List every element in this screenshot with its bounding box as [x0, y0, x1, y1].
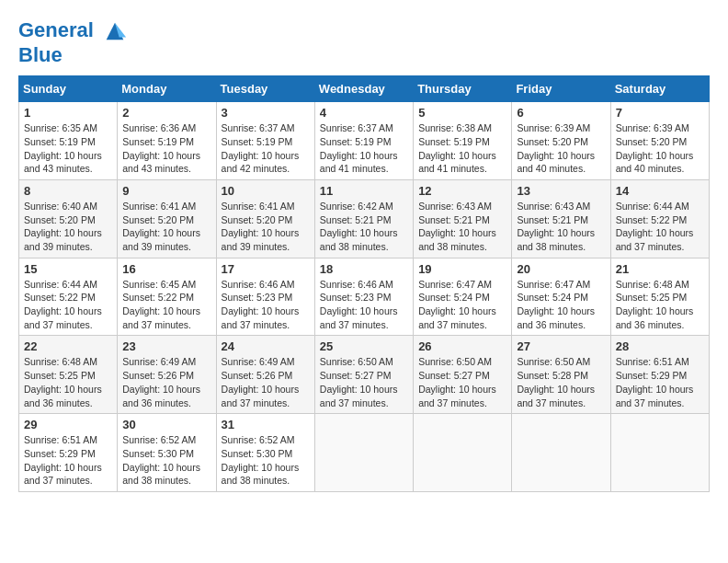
sunset-label: Sunset: 5:25 PM: [616, 292, 688, 303]
daylight-label: Daylight: 10 hours and 42 minutes.: [222, 150, 300, 175]
day-cell-10: 10 Sunrise: 6:41 AM Sunset: 5:20 PM Dayl…: [216, 179, 314, 258]
logo-icon: [102, 18, 128, 44]
weekday-tuesday: Tuesday: [216, 76, 314, 102]
empty-cell: [314, 414, 413, 492]
daylight-label: Daylight: 10 hours and 41 minutes.: [418, 150, 496, 175]
sunset-label: Sunset: 5:19 PM: [222, 136, 293, 147]
weekday-thursday: Thursday: [414, 76, 512, 102]
logo: General Blue: [18, 18, 128, 66]
sunset-label: Sunset: 5:29 PM: [616, 370, 688, 381]
day-cell-19: 19 Sunrise: 6:47 AM Sunset: 5:24 PM Dayl…: [414, 258, 512, 336]
day-info: Sunrise: 6:50 AM Sunset: 5:28 PM Dayligh…: [517, 355, 605, 409]
day-cell-28: 28 Sunrise: 6:51 AM Sunset: 5:29 PM Dayl…: [610, 336, 709, 414]
sunset-label: Sunset: 5:19 PM: [122, 136, 194, 147]
day-info: Sunrise: 6:43 AM Sunset: 5:21 PM Dayligh…: [517, 200, 605, 254]
day-info: Sunrise: 6:47 AM Sunset: 5:24 PM Dayligh…: [418, 278, 506, 332]
day-cell-3: 3 Sunrise: 6:37 AM Sunset: 5:19 PM Dayli…: [216, 102, 314, 180]
day-cell-14: 14 Sunrise: 6:44 AM Sunset: 5:22 PM Dayl…: [610, 179, 709, 258]
sunset-label: Sunset: 5:20 PM: [616, 136, 688, 147]
calendar-week-4: 22 Sunrise: 6:48 AM Sunset: 5:25 PM Dayl…: [19, 336, 710, 414]
sunrise-label: Sunrise: 6:51 AM: [24, 434, 97, 445]
weekday-friday: Friday: [512, 76, 610, 102]
day-cell-30: 30 Sunrise: 6:52 AM Sunset: 5:30 PM Dayl…: [118, 414, 216, 492]
daylight-label: Daylight: 10 hours and 37 minutes.: [222, 305, 300, 330]
day-number: 23: [122, 339, 210, 353]
sunrise-label: Sunrise: 6:48 AM: [616, 279, 689, 290]
sunset-label: Sunset: 5:19 PM: [320, 136, 392, 147]
daylight-label: Daylight: 10 hours and 38 minutes.: [517, 227, 595, 252]
daylight-label: Daylight: 10 hours and 38 minutes.: [122, 462, 200, 487]
weekday-saturday: Saturday: [610, 76, 709, 102]
sunrise-label: Sunrise: 6:42 AM: [320, 201, 393, 212]
calendar-week-2: 8 Sunrise: 6:40 AM Sunset: 5:20 PM Dayli…: [19, 179, 710, 258]
sunset-label: Sunset: 5:22 PM: [616, 214, 688, 225]
daylight-label: Daylight: 10 hours and 37 minutes.: [517, 384, 595, 408]
day-cell-13: 13 Sunrise: 6:43 AM Sunset: 5:21 PM Dayl…: [512, 179, 610, 258]
daylight-label: Daylight: 10 hours and 43 minutes.: [24, 150, 102, 175]
day-info: Sunrise: 6:36 AM Sunset: 5:19 PM Dayligh…: [122, 121, 210, 176]
day-number: 7: [616, 106, 704, 120]
sunrise-label: Sunrise: 6:47 AM: [418, 279, 492, 290]
daylight-label: Daylight: 10 hours and 37 minutes.: [320, 384, 398, 408]
daylight-label: Daylight: 10 hours and 43 minutes.: [122, 150, 200, 175]
sunrise-label: Sunrise: 6:38 AM: [418, 122, 492, 133]
sunset-label: Sunset: 5:21 PM: [517, 214, 588, 225]
sunrise-label: Sunrise: 6:44 AM: [24, 279, 97, 290]
day-cell-11: 11 Sunrise: 6:42 AM Sunset: 5:21 PM Dayl…: [314, 179, 413, 258]
daylight-label: Daylight: 10 hours and 36 minutes.: [616, 305, 694, 330]
sunset-label: Sunset: 5:30 PM: [222, 448, 293, 459]
day-cell-29: 29 Sunrise: 6:51 AM Sunset: 5:29 PM Dayl…: [19, 414, 118, 492]
weekday-wednesday: Wednesday: [314, 76, 413, 102]
day-cell-20: 20 Sunrise: 6:47 AM Sunset: 5:24 PM Dayl…: [512, 258, 610, 336]
day-cell-17: 17 Sunrise: 6:46 AM Sunset: 5:23 PM Dayl…: [216, 258, 314, 336]
sunset-label: Sunset: 5:26 PM: [122, 370, 194, 381]
empty-cell: [414, 414, 512, 492]
day-info: Sunrise: 6:39 AM Sunset: 5:20 PM Dayligh…: [517, 121, 605, 176]
day-info: Sunrise: 6:49 AM Sunset: 5:26 PM Dayligh…: [122, 355, 210, 409]
day-number: 28: [616, 339, 704, 353]
day-info: Sunrise: 6:52 AM Sunset: 5:30 PM Dayligh…: [122, 433, 210, 488]
day-number: 22: [24, 339, 112, 353]
daylight-label: Daylight: 10 hours and 37 minutes.: [616, 227, 694, 252]
empty-cell: [610, 414, 709, 492]
day-cell-9: 9 Sunrise: 6:41 AM Sunset: 5:20 PM Dayli…: [118, 179, 216, 258]
day-number: 1: [24, 106, 112, 120]
day-cell-5: 5 Sunrise: 6:38 AM Sunset: 5:19 PM Dayli…: [414, 102, 512, 180]
day-number: 26: [418, 339, 506, 353]
day-cell-18: 18 Sunrise: 6:46 AM Sunset: 5:23 PM Dayl…: [314, 258, 413, 336]
day-cell-8: 8 Sunrise: 6:40 AM Sunset: 5:20 PM Dayli…: [19, 179, 118, 258]
sunset-label: Sunset: 5:20 PM: [517, 136, 588, 147]
day-info: Sunrise: 6:48 AM Sunset: 5:25 PM Dayligh…: [616, 278, 704, 332]
day-cell-12: 12 Sunrise: 6:43 AM Sunset: 5:21 PM Dayl…: [414, 179, 512, 258]
day-info: Sunrise: 6:46 AM Sunset: 5:23 PM Dayligh…: [320, 278, 408, 332]
calendar-week-5: 29 Sunrise: 6:51 AM Sunset: 5:29 PM Dayl…: [19, 414, 710, 492]
sunset-label: Sunset: 5:29 PM: [24, 448, 96, 459]
empty-cell: [512, 414, 610, 492]
day-number: 14: [616, 184, 704, 198]
day-cell-6: 6 Sunrise: 6:39 AM Sunset: 5:20 PM Dayli…: [512, 102, 610, 180]
daylight-label: Daylight: 10 hours and 36 minutes.: [517, 305, 595, 330]
sunset-label: Sunset: 5:20 PM: [222, 214, 293, 225]
sunrise-label: Sunrise: 6:45 AM: [122, 279, 196, 290]
sunrise-label: Sunrise: 6:52 AM: [122, 434, 196, 445]
calendar-body: 1 Sunrise: 6:35 AM Sunset: 5:19 PM Dayli…: [19, 102, 710, 492]
day-info: Sunrise: 6:50 AM Sunset: 5:27 PM Dayligh…: [320, 355, 408, 409]
day-cell-1: 1 Sunrise: 6:35 AM Sunset: 5:19 PM Dayli…: [19, 102, 118, 180]
sunrise-label: Sunrise: 6:49 AM: [122, 356, 196, 367]
daylight-label: Daylight: 10 hours and 37 minutes.: [122, 305, 200, 330]
sunrise-label: Sunrise: 6:46 AM: [320, 279, 393, 290]
day-number: 29: [24, 418, 112, 431]
day-number: 16: [122, 262, 210, 276]
daylight-label: Daylight: 10 hours and 38 minutes.: [320, 227, 398, 252]
sunrise-label: Sunrise: 6:37 AM: [222, 122, 295, 133]
day-cell-7: 7 Sunrise: 6:39 AM Sunset: 5:20 PM Dayli…: [610, 102, 709, 180]
sunset-label: Sunset: 5:25 PM: [24, 370, 96, 381]
sunset-label: Sunset: 5:21 PM: [418, 214, 490, 225]
day-number: 19: [418, 262, 506, 276]
sunset-label: Sunset: 5:23 PM: [222, 292, 293, 303]
sunrise-label: Sunrise: 6:41 AM: [122, 201, 196, 212]
day-info: Sunrise: 6:35 AM Sunset: 5:19 PM Dayligh…: [24, 121, 112, 176]
sunrise-label: Sunrise: 6:35 AM: [24, 122, 97, 133]
day-cell-24: 24 Sunrise: 6:49 AM Sunset: 5:26 PM Dayl…: [216, 336, 314, 414]
sunset-label: Sunset: 5:28 PM: [517, 370, 588, 381]
